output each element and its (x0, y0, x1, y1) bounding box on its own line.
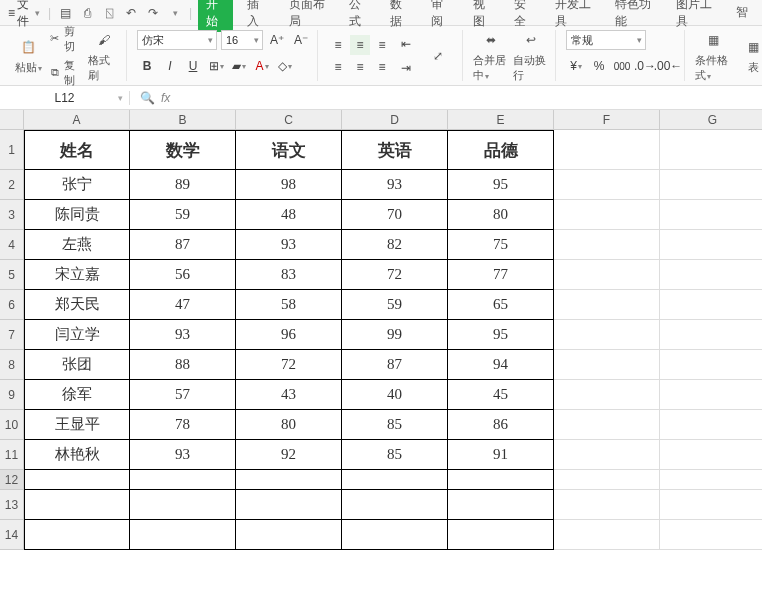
cell[interactable]: 86 (448, 410, 554, 440)
cell[interactable]: 闫立学 (24, 320, 130, 350)
column-header[interactable]: E (448, 110, 554, 130)
cell[interactable]: 72 (342, 260, 448, 290)
decrease-font-button[interactable]: A⁻ (291, 30, 311, 50)
cell[interactable] (660, 410, 762, 440)
row-header[interactable]: 1 (0, 130, 24, 170)
cell[interactable] (660, 230, 762, 260)
clear-format-button[interactable]: ◇ (275, 56, 295, 76)
cell[interactable]: 93 (130, 440, 236, 470)
cell[interactable] (660, 200, 762, 230)
cell[interactable] (660, 380, 762, 410)
preview-icon[interactable]: ⍂ (101, 5, 117, 21)
cell[interactable] (236, 490, 342, 520)
row-header[interactable]: 2 (0, 170, 24, 200)
cell[interactable]: 57 (130, 380, 236, 410)
row-header[interactable]: 7 (0, 320, 24, 350)
table-style-button[interactable]: ▦ 表 (735, 36, 762, 75)
cell[interactable]: 徐军 (24, 380, 130, 410)
cell[interactable]: 91 (448, 440, 554, 470)
cell[interactable] (554, 350, 660, 380)
name-box[interactable]: L12 (0, 91, 130, 105)
cell[interactable]: 82 (342, 230, 448, 260)
cell[interactable]: 72 (236, 350, 342, 380)
cell[interactable]: 80 (448, 200, 554, 230)
cell[interactable] (236, 470, 342, 490)
row-header[interactable]: 8 (0, 350, 24, 380)
cell[interactable]: 78 (130, 410, 236, 440)
cell[interactable] (342, 470, 448, 490)
merge-center-button[interactable]: ⬌ 合并居中 (473, 29, 509, 83)
cell[interactable]: 85 (342, 440, 448, 470)
cell[interactable]: 95 (448, 170, 554, 200)
column-header[interactable]: G (660, 110, 762, 130)
currency-button[interactable]: ¥ (566, 56, 586, 76)
cell[interactable] (660, 520, 762, 550)
cell[interactable] (130, 470, 236, 490)
cell[interactable]: 数学 (130, 130, 236, 170)
cell[interactable] (24, 490, 130, 520)
tab-view[interactable]: 视图 (465, 0, 500, 32)
font-color-button[interactable]: A (252, 56, 272, 76)
select-all-corner[interactable] (0, 110, 24, 130)
align-top-button[interactable]: ≡ (328, 35, 348, 55)
border-button[interactable]: ⊞ (206, 56, 226, 76)
cell[interactable]: 77 (448, 260, 554, 290)
underline-button[interactable]: U (183, 56, 203, 76)
column-header[interactable]: D (342, 110, 448, 130)
cell[interactable] (660, 470, 762, 490)
redo-icon[interactable]: ↷ (145, 5, 161, 21)
cell[interactable]: 87 (342, 350, 448, 380)
row-header[interactable]: 3 (0, 200, 24, 230)
cell[interactable]: 郑天民 (24, 290, 130, 320)
cell[interactable] (448, 470, 554, 490)
cell[interactable] (448, 490, 554, 520)
cell[interactable]: 70 (342, 200, 448, 230)
align-left-button[interactable]: ≡ (328, 57, 348, 77)
file-menu[interactable]: ≡ 文件 ▾ (6, 0, 42, 30)
tab-insert[interactable]: 插入 (239, 0, 274, 32)
cell[interactable] (554, 320, 660, 350)
tab-more[interactable]: 智 (728, 2, 756, 23)
align-bottom-button[interactable]: ≡ (372, 35, 392, 55)
row-header[interactable]: 6 (0, 290, 24, 320)
cell[interactable] (24, 470, 130, 490)
increase-decimal-button[interactable]: .0→ (635, 56, 655, 76)
cell[interactable]: 45 (448, 380, 554, 410)
cell[interactable] (660, 350, 762, 380)
cell[interactable]: 58 (236, 290, 342, 320)
cell[interactable]: 语文 (236, 130, 342, 170)
comma-button[interactable]: 000 (612, 56, 632, 76)
cell[interactable] (554, 410, 660, 440)
decrease-indent-button[interactable]: ⇤ (396, 34, 416, 54)
cell[interactable] (660, 260, 762, 290)
cell[interactable]: 品德 (448, 130, 554, 170)
tab-page-layout[interactable]: 页面布局 (281, 0, 335, 32)
cell[interactable] (554, 230, 660, 260)
cell[interactable]: 93 (342, 170, 448, 200)
number-format-select[interactable]: 常规 (566, 30, 646, 50)
cut-button[interactable]: ✂剪切 (48, 24, 83, 54)
cell[interactable]: 80 (236, 410, 342, 440)
cell[interactable]: 姓名 (24, 130, 130, 170)
cell[interactable] (554, 200, 660, 230)
tab-developer[interactable]: 开发工具 (547, 0, 601, 32)
decrease-decimal-button[interactable]: .00← (658, 56, 678, 76)
column-header[interactable]: A (24, 110, 130, 130)
align-middle-button[interactable]: ≡ (350, 35, 370, 55)
cell[interactable] (554, 520, 660, 550)
tab-start[interactable]: 开始 (198, 0, 233, 32)
tab-special[interactable]: 特色功能 (607, 0, 661, 32)
cell[interactable] (660, 170, 762, 200)
cell[interactable]: 张团 (24, 350, 130, 380)
cell[interactable] (554, 290, 660, 320)
row-header[interactable]: 4 (0, 230, 24, 260)
wrap-text-button[interactable]: ↩ 自动换行 (513, 29, 549, 83)
row-header[interactable]: 14 (0, 520, 24, 550)
cell[interactable] (660, 320, 762, 350)
cell[interactable] (554, 130, 660, 170)
cell[interactable]: 左燕 (24, 230, 130, 260)
orientation-button[interactable]: ⤢ (420, 45, 456, 67)
cell[interactable]: 89 (130, 170, 236, 200)
chevron-down-icon[interactable]: ▾ (167, 5, 183, 21)
formula-input[interactable] (180, 86, 762, 109)
